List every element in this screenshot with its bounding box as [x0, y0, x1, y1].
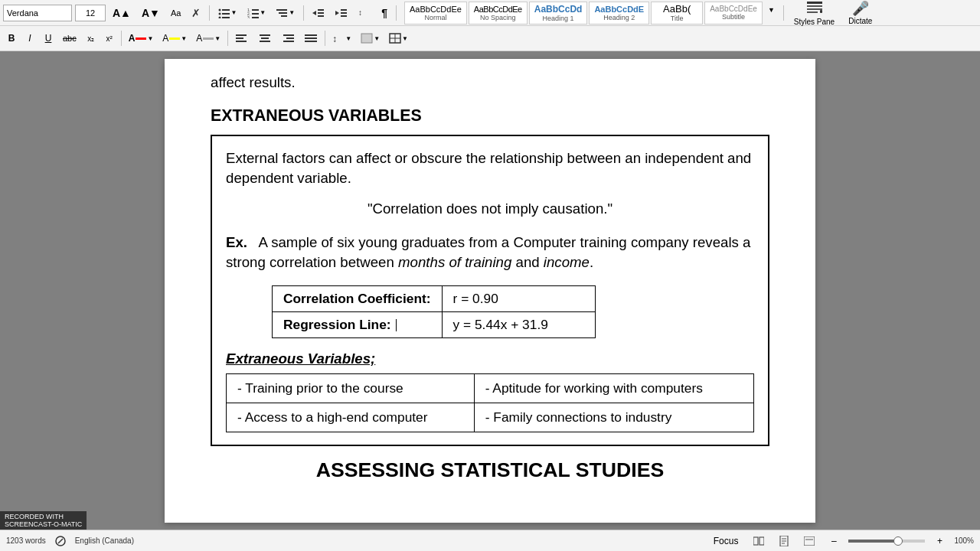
- web-layout-icon: [804, 536, 815, 546]
- styles-pane-label: Styles Pane: [794, 18, 835, 26]
- svg-rect-49: [760, 537, 764, 545]
- svg-text:↕: ↕: [358, 8, 362, 17]
- svg-rect-27: [807, 11, 818, 13]
- border-icon: [389, 33, 401, 44]
- toolbar: A▲ A▼ Aa ✗ ▼ 1. 2. 3.: [0, 0, 980, 51]
- table-row-correlation: Correlation Coefficient: r = 0.90: [273, 285, 596, 311]
- separator2: [303, 5, 304, 21]
- font-grow-button[interactable]: A▲: [109, 5, 135, 21]
- track-changes-item: [55, 536, 66, 546]
- font-size-input[interactable]: [75, 5, 106, 21]
- font-name-input[interactable]: [3, 5, 72, 21]
- bold-button[interactable]: B: [3, 30, 20, 47]
- svg-rect-17: [318, 12, 324, 14]
- style-no-spacing-preview: AaBbCcDdEe: [474, 5, 522, 14]
- svg-rect-11: [252, 17, 259, 18]
- highlight-button[interactable]: A ▼: [158, 30, 191, 47]
- svg-rect-32: [260, 34, 270, 36]
- show-hide-button[interactable]: ¶: [377, 5, 391, 21]
- svg-point-2: [219, 12, 221, 15]
- extraneous-row-2: - Access to a high-end computer - Family…: [227, 403, 754, 432]
- superscript-button[interactable]: x²: [101, 30, 118, 47]
- font-color-button2[interactable]: A ▼: [192, 30, 224, 47]
- change-case-button[interactable]: Aa: [167, 5, 185, 21]
- status-bar-right: Focus – +: [709, 533, 974, 549]
- dictate-button[interactable]: 🎤 Dictate: [843, 0, 877, 26]
- strikethrough-button[interactable]: abc: [58, 30, 81, 47]
- multilevel-list-icon: [276, 8, 289, 18]
- align-left-button[interactable]: [231, 30, 253, 47]
- print-layout-button[interactable]: [775, 533, 793, 549]
- numbered-list-button[interactable]: 1. 2. 3. ▼: [243, 5, 270, 21]
- style-title-label: Title: [671, 15, 684, 22]
- border-button[interactable]: ▼: [385, 30, 412, 47]
- gallery-more-button[interactable]: ▼: [764, 2, 779, 18]
- svg-text:↕: ↕: [332, 34, 337, 44]
- align-center-icon: [259, 33, 271, 44]
- extraneous-col1-row1: - Training prior to the course: [227, 373, 475, 403]
- style-heading2[interactable]: AaBbCcDdE Heading 2: [589, 2, 649, 24]
- font-color2-bar: [203, 37, 214, 40]
- status-bar: 1203 words English (Canada) Focus: [0, 530, 980, 551]
- separator7: [325, 31, 325, 46]
- clear-formatting-button[interactable]: ✗: [188, 5, 204, 21]
- quote-text: "Correlation does not imply causation.": [226, 201, 754, 217]
- style-heading2-label: Heading 2: [603, 14, 635, 21]
- align-justify-button[interactable]: [300, 30, 322, 47]
- italic-button[interactable]: I: [21, 30, 38, 47]
- style-heading1[interactable]: AaBbCcDd Heading 1: [529, 2, 588, 24]
- zoom-slider[interactable]: [848, 540, 925, 543]
- text-cursor: [396, 319, 397, 331]
- style-title[interactable]: AaBb( Title: [651, 2, 703, 24]
- increase-indent-button[interactable]: [332, 5, 351, 21]
- style-normal-label: Normal: [424, 14, 446, 21]
- svg-rect-9: [252, 13, 259, 15]
- style-subtitle[interactable]: AaBbCcDdEe Subtitle: [704, 2, 763, 24]
- shading-button[interactable]: ▼: [357, 30, 384, 47]
- svg-marker-15: [312, 11, 316, 15]
- dictate-icon: 🎤: [852, 0, 869, 17]
- underline-button[interactable]: U: [40, 30, 57, 47]
- style-heading2-preview: AaBbCcDdE: [594, 5, 644, 14]
- sort-button[interactable]: ↕: [354, 5, 374, 21]
- font-color2-icon: A: [196, 33, 202, 44]
- svg-rect-1: [222, 9, 230, 11]
- multilevel-list-button[interactable]: ▼: [273, 5, 299, 21]
- style-subtitle-preview: AaBbCcDdEe: [710, 5, 757, 13]
- extraneous-subheading: Extraneous Variables;: [226, 350, 754, 367]
- read-mode-button[interactable]: [749, 533, 769, 549]
- subscript-button[interactable]: x₂: [83, 30, 100, 47]
- section-heading: EXTRANEOUS VARIABLES: [211, 106, 769, 126]
- svg-rect-5: [222, 17, 230, 18]
- decrease-indent-icon: [312, 8, 325, 18]
- svg-rect-7: [252, 9, 259, 11]
- language-item[interactable]: English (Canada): [75, 536, 134, 545]
- zoom-out-button[interactable]: –: [825, 533, 842, 549]
- language-label: English (Canada): [75, 536, 134, 545]
- style-no-spacing[interactable]: AaBbCcDdEe No Spacing: [469, 2, 528, 24]
- styles-pane-button[interactable]: Styles Pane: [789, 0, 840, 26]
- border-dropdown-arrow: ▼: [402, 35, 408, 42]
- svg-rect-28: [820, 10, 822, 13]
- zoom-slider-thumb: [893, 536, 903, 546]
- font-color-button[interactable]: A ▼: [125, 30, 158, 47]
- regression-value-cell: y = 5.44x + 31.9: [442, 311, 595, 337]
- align-center-button[interactable]: [254, 30, 276, 47]
- extraneous-variables-table: - Training prior to the course - Aptitud…: [226, 373, 754, 432]
- style-normal[interactable]: AaBbCcDdEe Normal: [404, 2, 467, 24]
- svg-rect-34: [260, 41, 270, 42]
- align-right-button[interactable]: [277, 30, 299, 47]
- watermark-text: RECORDED WITHSCREENCAST-O-MATIC: [5, 513, 82, 528]
- focus-button[interactable]: Focus: [709, 533, 743, 549]
- font-shrink-button[interactable]: A▼: [138, 5, 164, 21]
- svg-rect-35: [283, 34, 294, 36]
- decrease-indent-button[interactable]: [309, 5, 328, 21]
- document-page[interactable]: affect results. EXTRANEOUS VARIABLES Ext…: [165, 59, 815, 523]
- bullet-list-button[interactable]: ▼: [214, 5, 240, 21]
- svg-rect-38: [305, 34, 317, 36]
- zoom-in-button[interactable]: +: [931, 533, 948, 549]
- line-spacing-button[interactable]: ↕ ▼: [328, 30, 355, 47]
- correlation-label-cell: Correlation Coefficient:: [273, 285, 443, 311]
- web-layout-button[interactable]: [799, 533, 819, 549]
- font-color-icon: A: [129, 33, 136, 44]
